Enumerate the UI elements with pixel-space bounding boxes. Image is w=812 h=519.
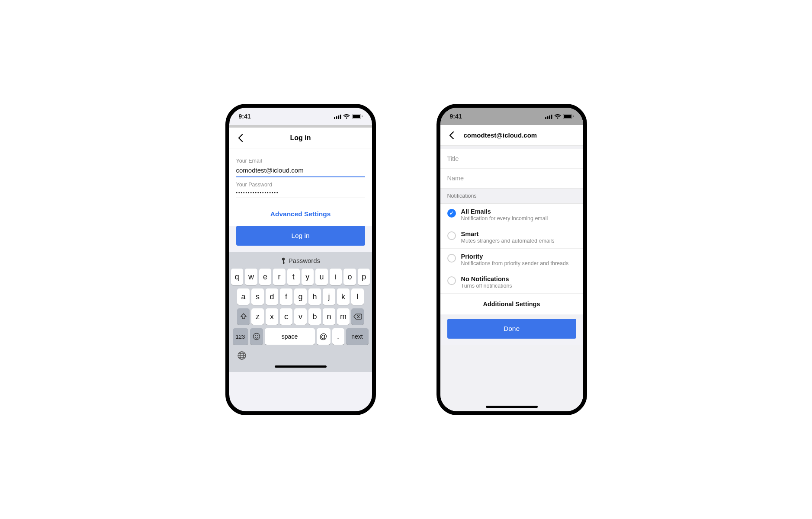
- password-underline: [236, 198, 365, 198]
- keyboard-row-2: asdfghjkl: [231, 288, 370, 305]
- svg-point-12: [257, 335, 258, 336]
- emoji-key[interactable]: [250, 328, 263, 345]
- keyboard-row-1: qwertyuiop: [231, 269, 370, 285]
- key-b[interactable]: b: [308, 308, 321, 325]
- navbar: comodtest@icloud.com: [440, 125, 583, 146]
- home-indicator[interactable]: [486, 406, 538, 408]
- notification-option[interactable]: All EmailsNotification for every incomin…: [440, 204, 583, 226]
- key-x[interactable]: x: [266, 308, 278, 325]
- key-e[interactable]: e: [259, 269, 272, 285]
- key-s[interactable]: s: [251, 288, 264, 305]
- status-time: 9:41: [239, 113, 251, 120]
- at-key[interactable]: @: [317, 328, 331, 345]
- wifi-icon: [343, 114, 350, 119]
- svg-rect-9: [283, 263, 285, 263]
- suggestion-text: Passwords: [289, 257, 320, 264]
- backspace-icon: [353, 314, 362, 320]
- done-button[interactable]: Done: [447, 319, 576, 339]
- separator: [440, 314, 583, 319]
- option-subtitle: Mutes strangers and automated emails: [461, 238, 555, 244]
- svg-rect-18: [551, 115, 552, 119]
- phone-notifications: 9:41 comodtest@icloud.com Title Name Not…: [436, 104, 587, 415]
- key-u[interactable]: u: [315, 269, 328, 285]
- key-m[interactable]: m: [337, 308, 350, 325]
- navbar: Log in: [229, 128, 372, 148]
- svg-rect-17: [549, 115, 550, 119]
- status-icons: [334, 114, 363, 119]
- numbers-key[interactable]: 123: [233, 328, 248, 345]
- shift-icon: [240, 313, 247, 320]
- svg-rect-16: [547, 116, 548, 119]
- key-f[interactable]: f: [280, 288, 292, 305]
- login-button[interactable]: Log in: [236, 226, 365, 246]
- key-i[interactable]: i: [330, 269, 342, 285]
- notification-option[interactable]: PriorityNotifications from priority send…: [440, 249, 583, 271]
- key-o[interactable]: o: [343, 269, 356, 285]
- key-q[interactable]: q: [231, 269, 244, 285]
- key-l[interactable]: l: [351, 288, 364, 305]
- status-bar: 9:41: [229, 108, 372, 125]
- key-d[interactable]: d: [266, 288, 278, 305]
- key-r[interactable]: r: [273, 269, 286, 285]
- emoji-icon: [253, 333, 260, 340]
- password-suggestion[interactable]: Passwords: [231, 254, 370, 269]
- email-underline: [236, 176, 365, 177]
- signal-icon: [334, 114, 341, 119]
- key-k[interactable]: k: [337, 288, 350, 305]
- key-t[interactable]: t: [287, 269, 300, 285]
- home-indicator[interactable]: [275, 365, 327, 368]
- additional-settings-link[interactable]: Additional Settings: [440, 294, 583, 314]
- status-icons: [545, 114, 574, 119]
- shift-key[interactable]: [237, 308, 250, 325]
- title-field[interactable]: Title: [440, 149, 583, 169]
- svg-point-10: [253, 333, 260, 340]
- back-button[interactable]: [446, 130, 457, 141]
- password-label: Your Password: [236, 182, 365, 188]
- svg-rect-20: [564, 115, 571, 118]
- keyboard: Passwords qwertyuiop asdfghjkl zxcvbnm 1…: [229, 252, 372, 372]
- key-n[interactable]: n: [323, 308, 335, 325]
- password-field[interactable]: ••••••••••••••••••: [236, 188, 365, 198]
- next-key[interactable]: next: [346, 328, 369, 345]
- radio-unchecked-icon: [447, 231, 456, 240]
- backspace-key[interactable]: [351, 308, 364, 325]
- svg-rect-6: [362, 115, 363, 117]
- battery-icon: [352, 114, 363, 119]
- key-z[interactable]: z: [251, 308, 264, 325]
- notification-option[interactable]: SmartMutes strangers and automated email…: [440, 226, 583, 249]
- email-field[interactable]: [236, 164, 365, 176]
- key-p[interactable]: p: [358, 269, 370, 285]
- option-title: No Notifications: [461, 276, 512, 282]
- notification-options: All EmailsNotification for every incomin…: [440, 204, 583, 294]
- key-a[interactable]: a: [237, 288, 250, 305]
- separator: [440, 146, 583, 149]
- battery-icon: [563, 114, 574, 119]
- key-h[interactable]: h: [308, 288, 321, 305]
- option-subtitle: Turns off notifications: [461, 283, 512, 289]
- login-form: Your Email Your Password •••••••••••••••…: [229, 148, 372, 226]
- page-title: Log in: [246, 134, 356, 142]
- advanced-settings-link[interactable]: Advanced Settings: [236, 201, 365, 226]
- globe-icon[interactable]: [237, 351, 247, 360]
- svg-rect-5: [353, 115, 360, 118]
- key-g[interactable]: g: [294, 288, 307, 305]
- key-c[interactable]: c: [280, 308, 292, 325]
- key-y[interactable]: y: [302, 269, 314, 285]
- back-button[interactable]: [235, 133, 246, 143]
- notification-option[interactable]: No NotificationsTurns off notifications: [440, 271, 583, 294]
- svg-rect-15: [545, 117, 546, 119]
- option-subtitle: Notification for every incoming email: [461, 215, 548, 221]
- name-field[interactable]: Name: [440, 169, 583, 188]
- keyboard-row-3: zxcvbnm: [231, 308, 370, 325]
- key-j[interactable]: j: [323, 288, 335, 305]
- option-subtitle: Notifications from priority sender and t…: [461, 260, 569, 266]
- key-w[interactable]: w: [245, 269, 257, 285]
- chevron-left-icon: [449, 131, 454, 139]
- wifi-icon: [554, 114, 561, 119]
- key-v[interactable]: v: [294, 308, 307, 325]
- dot-key[interactable]: .: [332, 328, 344, 345]
- space-key[interactable]: space: [265, 328, 315, 345]
- status-bar: 9:41: [440, 108, 583, 125]
- radio-unchecked-icon: [447, 276, 456, 285]
- email-label: Your Email: [236, 158, 365, 164]
